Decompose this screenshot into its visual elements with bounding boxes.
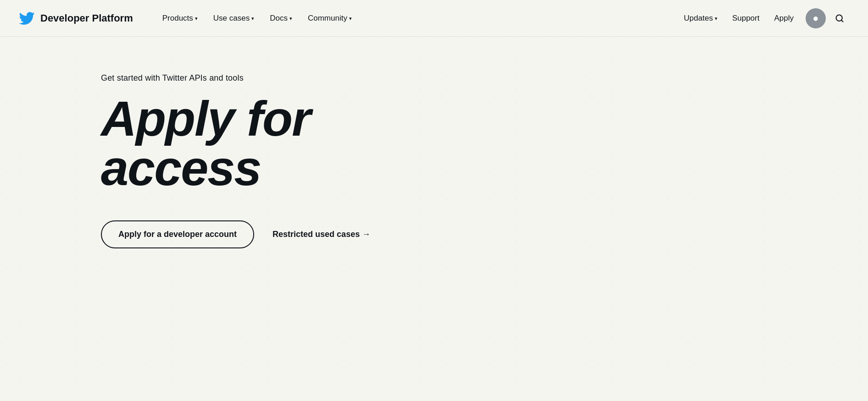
nav-support[interactable]: Support: [726, 10, 766, 27]
nav-apply-link[interactable]: Apply: [768, 10, 800, 27]
search-button[interactable]: [829, 8, 850, 28]
main-nav: Developer Platform Products ▾ Use cases …: [0, 0, 868, 37]
nav-updates[interactable]: Updates ▾: [678, 10, 724, 27]
user-avatar[interactable]: ●: [806, 8, 826, 28]
hero-section: Get started with Twitter APIs and tools …: [0, 37, 868, 285]
nav-links-left: Products ▾ Use cases ▾ Docs ▾ Community …: [156, 10, 678, 27]
nav-docs[interactable]: Docs ▾: [263, 10, 299, 27]
search-icon: [835, 14, 844, 23]
nav-products[interactable]: Products ▾: [156, 10, 204, 27]
nav-community[interactable]: Community ▾: [301, 10, 358, 27]
avatar-icon: ●: [812, 13, 818, 23]
nav-links-right: Updates ▾ Support Apply ●: [678, 8, 850, 28]
twitter-bird-icon: [18, 10, 35, 27]
hero-actions: Apply for a developer account Restricted…: [101, 220, 868, 248]
restricted-cases-link[interactable]: Restricted used cases →: [273, 230, 370, 239]
hero-subtitle: Get started with Twitter APIs and tools: [101, 73, 868, 83]
community-chevron-icon: ▾: [349, 16, 352, 22]
products-chevron-icon: ▾: [195, 16, 198, 22]
updates-chevron-icon: ▾: [715, 16, 718, 22]
brand-name: Developer Platform: [40, 12, 133, 24]
svg-line-1: [841, 20, 843, 22]
hero-title: Apply for access: [101, 94, 868, 193]
brand-link[interactable]: Developer Platform: [18, 10, 133, 27]
nav-use-cases[interactable]: Use cases ▾: [207, 10, 261, 27]
docs-chevron-icon: ▾: [289, 16, 292, 22]
apply-developer-button[interactable]: Apply for a developer account: [101, 220, 254, 248]
use-cases-chevron-icon: ▾: [251, 16, 254, 22]
